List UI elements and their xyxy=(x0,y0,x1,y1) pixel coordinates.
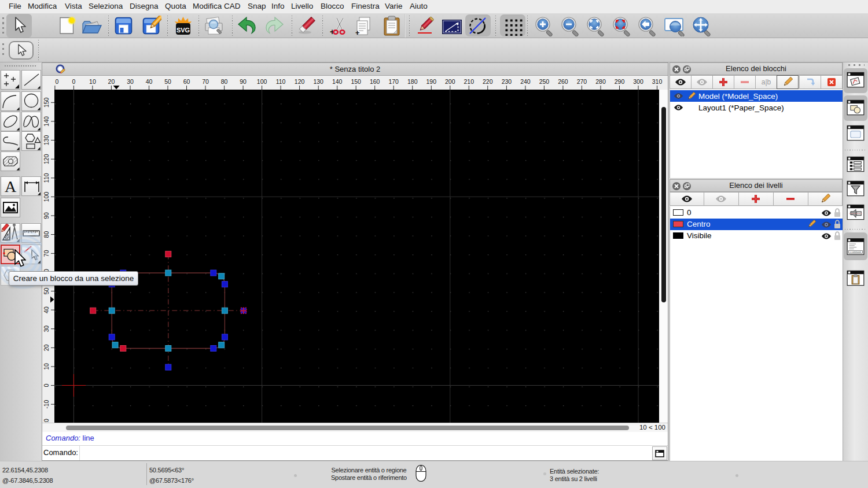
svg-text:60: 60 xyxy=(183,78,190,85)
svg-text:260: 260 xyxy=(558,78,568,85)
svg-text:SVG: SVG xyxy=(176,27,190,34)
svg-text:150: 150 xyxy=(43,97,50,108)
svg-text:30: 30 xyxy=(43,326,50,332)
svg-text:130: 130 xyxy=(313,78,323,85)
svg-text:0: 0 xyxy=(56,78,59,85)
svg-text:100: 100 xyxy=(257,78,267,85)
svg-text:290: 290 xyxy=(615,78,625,85)
svg-text:80: 80 xyxy=(221,78,228,85)
svg-text:160: 160 xyxy=(370,78,380,85)
svg-text:210: 210 xyxy=(464,78,475,85)
svg-text:80: 80 xyxy=(43,231,50,238)
svg-text:30: 30 xyxy=(127,78,134,85)
svg-text:170: 170 xyxy=(388,78,399,85)
svg-text:90: 90 xyxy=(43,212,50,219)
svg-text:110: 110 xyxy=(276,78,286,85)
svg-text:230: 230 xyxy=(502,78,512,85)
svg-text:-20: -20 xyxy=(43,419,50,423)
svg-text:+: + xyxy=(355,28,360,36)
svg-text:70: 70 xyxy=(202,78,209,85)
svg-text:A: A xyxy=(5,178,17,195)
svg-text:90: 90 xyxy=(240,78,247,85)
svg-text:120: 120 xyxy=(295,78,305,85)
svg-text:140: 140 xyxy=(43,116,50,127)
svg-text:270: 270 xyxy=(577,78,587,85)
svg-text:20: 20 xyxy=(43,344,50,351)
svg-text:20: 20 xyxy=(108,78,115,85)
svg-text:50: 50 xyxy=(164,78,171,85)
svg-text:150: 150 xyxy=(351,78,361,85)
svg-text:10: 10 xyxy=(89,78,96,85)
svg-text:70: 70 xyxy=(43,250,50,257)
svg-text:c command: c command xyxy=(850,251,861,253)
svg-text:40: 40 xyxy=(146,78,153,85)
svg-text:220: 220 xyxy=(483,78,493,85)
svg-text:100: 100 xyxy=(43,191,50,202)
svg-text:0: 0 xyxy=(43,384,50,387)
svg-text:120: 120 xyxy=(43,154,50,164)
svg-text:110: 110 xyxy=(43,173,50,183)
svg-text:50: 50 xyxy=(43,288,50,295)
svg-text:140: 140 xyxy=(332,78,343,85)
svg-text:310: 310 xyxy=(652,78,663,85)
svg-text:10: 10 xyxy=(43,363,50,370)
svg-text:280: 280 xyxy=(595,78,606,85)
svg-text:200: 200 xyxy=(445,78,455,85)
svg-text:190: 190 xyxy=(426,78,437,85)
svg-text:40: 40 xyxy=(43,306,50,313)
svg-text:-10: -10 xyxy=(43,400,50,408)
svg-text:240: 240 xyxy=(520,78,531,85)
svg-text:300: 300 xyxy=(633,78,643,85)
svg-text:250: 250 xyxy=(539,78,550,85)
svg-text:130: 130 xyxy=(43,135,50,146)
svg-text:0: 0 xyxy=(72,78,75,85)
svg-text:180: 180 xyxy=(407,78,418,85)
